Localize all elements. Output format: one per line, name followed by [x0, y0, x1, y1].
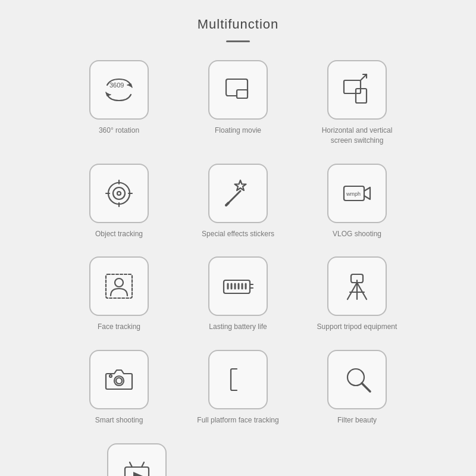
feature-object-tracking: Object tracking [77, 164, 161, 239]
feature-label-special-effects: Special effects stickers [202, 229, 274, 239]
icon-box-screen-switch [327, 60, 387, 120]
battery-icon [220, 268, 256, 304]
icon-box-platform-face-tracking [208, 350, 268, 409]
svg-marker-13 [235, 180, 246, 190]
feature-platform-face-tracking: Full platform face tracking [196, 350, 280, 425]
feature-label-smart-shooting: Smart shooting [95, 415, 143, 425]
page-title: Multifunction [198, 17, 279, 32]
rotation-icon: 3609 [101, 72, 137, 108]
platform-face-icon [220, 362, 256, 397]
icon-box-face-tracking [89, 256, 149, 316]
divider [226, 40, 250, 42]
icon-box-vlog: wmph [327, 164, 387, 223]
feature-label-filter-beauty: Filter beauty [337, 415, 377, 425]
svg-line-41 [142, 462, 144, 467]
vlog-icon: wmph [339, 176, 375, 211]
feature-label-battery: Lasting battery life [209, 322, 267, 332]
svg-point-36 [109, 375, 112, 377]
icon-box-object-tracking [89, 164, 149, 223]
svg-marker-42 [133, 472, 143, 476]
feature-label-object-tracking: Object tracking [95, 229, 143, 239]
icon-box-smart-shooting [89, 350, 149, 409]
feature-face-tracking: Face tracking [77, 256, 161, 332]
svg-text:3609: 3609 [109, 82, 124, 89]
svg-line-38 [362, 383, 370, 392]
feature-platform-live: Platform live [95, 443, 178, 476]
feature-screen-switch: Horizontal and vertical screen switching [315, 60, 399, 146]
icon-box-platform-live [107, 443, 167, 476]
icon-box-floating-movie [208, 60, 268, 120]
feature-label-platform-face-tracking: Full platform face tracking [197, 415, 278, 425]
feature-filter-beauty: Filter beauty [315, 350, 399, 425]
floating-movie-icon [220, 72, 256, 108]
feature-label-screen-switch: Horizontal and vertical screen switching [315, 126, 399, 146]
face-tracking-icon [101, 268, 137, 304]
svg-point-7 [113, 187, 125, 199]
svg-line-30 [347, 283, 357, 299]
svg-point-35 [116, 378, 122, 384]
special-effects-icon [220, 176, 256, 211]
camera-icon [101, 362, 137, 397]
feature-label-rotation: 360° rotation [99, 126, 139, 136]
live-icon [119, 455, 155, 476]
feature-floating-movie: Floating movie [196, 60, 280, 146]
object-tracking-icon [101, 176, 137, 211]
svg-line-15 [226, 203, 228, 205]
feature-special-effects: Special effects stickers [196, 164, 280, 239]
feature-label-floating-movie: Floating movie [215, 126, 261, 136]
icon-box-battery [208, 256, 268, 316]
features-grid: 3609 360° rotation Floating movie [77, 60, 399, 425]
icon-box-special-effects [208, 164, 268, 223]
svg-text:wmph: wmph [346, 191, 361, 197]
feature-label-face-tracking: Face tracking [98, 322, 140, 332]
filter-icon [339, 362, 375, 397]
feature-rotation: 3609 360° rotation [77, 60, 161, 146]
icon-box-tripod [327, 256, 387, 316]
screen-switch-icon [339, 72, 375, 108]
feature-label-tripod: Support tripod equipment [317, 322, 397, 332]
feature-label-vlog: VLOG shooting [333, 229, 381, 239]
svg-line-40 [130, 462, 132, 467]
svg-line-5 [361, 74, 367, 80]
svg-point-6 [108, 183, 130, 204]
tripod-icon [339, 268, 375, 304]
svg-point-19 [115, 278, 123, 287]
svg-rect-2 [237, 90, 248, 98]
svg-rect-3 [344, 80, 361, 93]
feature-tripod: Support tripod equipment [315, 256, 399, 332]
svg-line-31 [357, 283, 367, 299]
feature-smart-shooting: Smart shooting [77, 350, 161, 425]
icon-box-filter-beauty [327, 350, 387, 409]
feature-battery: Lasting battery life [196, 256, 280, 332]
svg-line-14 [228, 191, 240, 203]
icon-box-rotation: 3609 [89, 60, 149, 120]
svg-point-8 [117, 192, 121, 195]
feature-vlog: wmph VLOG shooting [315, 164, 399, 239]
